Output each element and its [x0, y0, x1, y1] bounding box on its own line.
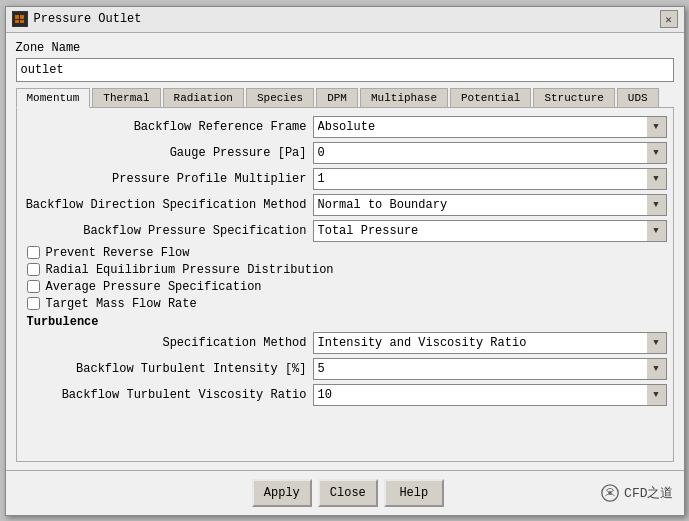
dialog-footer: Apply Close Help CFD之道	[6, 470, 684, 515]
tab-structure[interactable]: Structure	[533, 88, 614, 107]
target-mass-flow-checkbox[interactable]	[27, 297, 40, 310]
title-bar: Pressure Outlet ✕	[6, 7, 684, 33]
pressure-profile-row: Pressure Profile Multiplier ▼	[23, 168, 667, 190]
checkbox-radial-equilibrium: Radial Equilibrium Pressure Distribution	[23, 263, 667, 277]
gauge-pressure-input[interactable]	[313, 142, 647, 164]
checkbox-prevent-reverse-flow: Prevent Reverse Flow	[23, 246, 667, 260]
spec-method-dropdown[interactable]: ▼	[647, 332, 667, 354]
checkbox-average-pressure: Average Pressure Specification	[23, 280, 667, 294]
gauge-pressure-dropdown[interactable]: ▼	[647, 142, 667, 164]
tabs-container: Momentum Thermal Radiation Species DPM M…	[16, 88, 674, 108]
pressure-profile-dropdown[interactable]: ▼	[647, 168, 667, 190]
turbulence-section-header: Turbulence	[27, 315, 667, 329]
radial-equilibrium-checkbox[interactable]	[27, 263, 40, 276]
gauge-pressure-label: Gauge Pressure [Pa]	[23, 146, 313, 160]
prevent-reverse-flow-label: Prevent Reverse Flow	[46, 246, 190, 260]
footer-buttons: Apply Close Help	[96, 479, 601, 507]
turbulent-viscosity-label: Backflow Turbulent Viscosity Ratio	[23, 388, 313, 402]
spec-method-field: ▼	[313, 332, 667, 354]
zone-name-input[interactable]	[16, 58, 674, 82]
pressure-outlet-dialog: Pressure Outlet ✕ Zone Name Momentum The…	[5, 6, 685, 516]
help-button[interactable]: Help	[384, 479, 444, 507]
backflow-direction-row: Backflow Direction Specification Method …	[23, 194, 667, 216]
dialog-icon	[12, 11, 28, 27]
apply-button[interactable]: Apply	[252, 479, 312, 507]
backflow-ref-frame-row: Backflow Reference Frame ▼	[23, 116, 667, 138]
tab-multiphase[interactable]: Multiphase	[360, 88, 448, 107]
gauge-pressure-field: ▼	[313, 142, 667, 164]
title-bar-left: Pressure Outlet	[12, 11, 142, 27]
backflow-direction-input[interactable]	[313, 194, 647, 216]
svg-rect-4	[20, 20, 24, 23]
backflow-pressure-spec-field: ▼	[313, 220, 667, 242]
tab-dpm[interactable]: DPM	[316, 88, 358, 107]
svg-rect-1	[15, 15, 19, 19]
checkbox-target-mass-flow: Target Mass Flow Rate	[23, 297, 667, 311]
backflow-ref-frame-input[interactable]	[313, 116, 647, 138]
footer-logo: CFD之道	[600, 483, 673, 503]
turbulent-intensity-row: Backflow Turbulent Intensity [%] ▼	[23, 358, 667, 380]
backflow-direction-label: Backflow Direction Specification Method	[23, 198, 313, 212]
turbulent-intensity-input[interactable]	[313, 358, 647, 380]
pressure-profile-input[interactable]	[313, 168, 647, 190]
tab-radiation[interactable]: Radiation	[163, 88, 244, 107]
dialog-content: Zone Name Momentum Thermal Radiation Spe…	[6, 33, 684, 470]
spec-method-input[interactable]	[313, 332, 647, 354]
close-dialog-button[interactable]: Close	[318, 479, 378, 507]
backflow-ref-frame-label: Backflow Reference Frame	[23, 120, 313, 134]
turbulent-viscosity-dropdown[interactable]: ▼	[647, 384, 667, 406]
zone-name-label: Zone Name	[16, 41, 674, 55]
tab-uds[interactable]: UDS	[617, 88, 659, 107]
backflow-ref-frame-dropdown[interactable]: ▼	[647, 116, 667, 138]
average-pressure-label: Average Pressure Specification	[46, 280, 262, 294]
dialog-title: Pressure Outlet	[34, 12, 142, 26]
pressure-profile-field: ▼	[313, 168, 667, 190]
target-mass-flow-label: Target Mass Flow Rate	[46, 297, 197, 311]
turbulent-intensity-field: ▼	[313, 358, 667, 380]
svg-rect-3	[15, 20, 19, 23]
backflow-direction-field: ▼	[313, 194, 667, 216]
tab-potential[interactable]: Potential	[450, 88, 531, 107]
backflow-pressure-spec-row: Backflow Pressure Specification ▼	[23, 220, 667, 242]
gauge-pressure-row: Gauge Pressure [Pa] ▼	[23, 142, 667, 164]
turbulent-viscosity-field: ▼	[313, 384, 667, 406]
backflow-pressure-spec-dropdown[interactable]: ▼	[647, 220, 667, 242]
svg-point-6	[608, 491, 612, 495]
backflow-ref-frame-field: ▼	[313, 116, 667, 138]
pressure-profile-label: Pressure Profile Multiplier	[23, 172, 313, 186]
backflow-pressure-spec-input[interactable]	[313, 220, 647, 242]
average-pressure-checkbox[interactable]	[27, 280, 40, 293]
radial-equilibrium-label: Radial Equilibrium Pressure Distribution	[46, 263, 334, 277]
spec-method-row: Specification Method ▼	[23, 332, 667, 354]
cfd-logo-icon	[600, 483, 620, 503]
close-button[interactable]: ✕	[660, 10, 678, 28]
backflow-direction-dropdown[interactable]: ▼	[647, 194, 667, 216]
tab-species[interactable]: Species	[246, 88, 314, 107]
turbulent-intensity-dropdown[interactable]: ▼	[647, 358, 667, 380]
turbulent-intensity-label: Backflow Turbulent Intensity [%]	[23, 362, 313, 376]
svg-rect-2	[20, 15, 24, 19]
backflow-pressure-spec-label: Backflow Pressure Specification	[23, 224, 313, 238]
turbulent-viscosity-input[interactable]	[313, 384, 647, 406]
tab-momentum[interactable]: Momentum	[16, 88, 91, 108]
logo-text: CFD之道	[624, 484, 673, 502]
turbulent-viscosity-row: Backflow Turbulent Viscosity Ratio ▼	[23, 384, 667, 406]
tab-content-momentum: Backflow Reference Frame ▼ Gauge Pressur…	[16, 108, 674, 462]
tab-thermal[interactable]: Thermal	[92, 88, 160, 107]
spec-method-label: Specification Method	[23, 336, 313, 350]
prevent-reverse-flow-checkbox[interactable]	[27, 246, 40, 259]
